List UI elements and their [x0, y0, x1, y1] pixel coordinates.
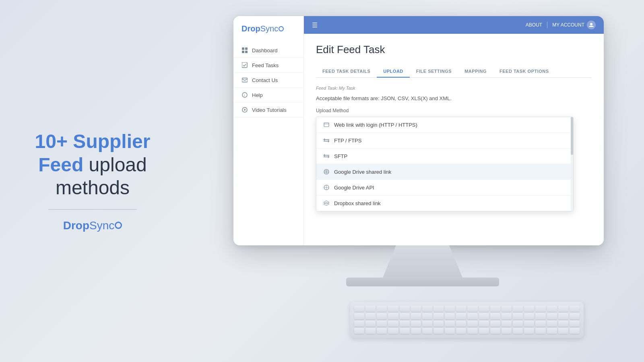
- key: [377, 328, 387, 334]
- dropdown-item-dropbox[interactable]: Dropbox shared link: [316, 195, 573, 211]
- gdrive-api-icon: [323, 184, 330, 191]
- key: [570, 321, 580, 327]
- key: [479, 313, 489, 319]
- page-body: Edit Feed Task FEED TASK DETAILS UPLOAD …: [304, 34, 604, 245]
- key: [388, 306, 398, 312]
- key: [365, 321, 376, 327]
- contact-us-label: Contact Us: [252, 77, 278, 83]
- sftp-icon: [323, 152, 330, 160]
- key: [456, 321, 466, 327]
- monitor-wrapper: Drop Sync Dash: [233, 16, 612, 330]
- key: [524, 313, 534, 319]
- tab-mapping[interactable]: MAPPING: [458, 66, 493, 78]
- sidebar-item-dashboard[interactable]: Dashboard: [233, 43, 303, 58]
- key: [433, 306, 444, 312]
- key: [502, 313, 512, 319]
- key: [479, 328, 489, 334]
- key: [400, 306, 410, 312]
- sidebar-brand-ring: [279, 26, 284, 31]
- key: [411, 328, 421, 334]
- my-account-button[interactable]: MY ACCOUNT: [552, 21, 596, 29]
- key: [400, 321, 410, 327]
- key: [558, 321, 568, 327]
- dashboard-label: Dashboard: [252, 47, 278, 53]
- key: [467, 321, 477, 327]
- key: [570, 328, 580, 334]
- left-panel: 10+ Supplier Feed upload methods Drop Sy…: [24, 130, 161, 232]
- key: [513, 321, 523, 327]
- svg-point-10: [590, 23, 592, 25]
- svg-rect-1: [245, 47, 248, 50]
- key: [479, 306, 489, 312]
- contact-us-icon: [242, 77, 248, 83]
- sidebar-brand-synco: Sync: [260, 24, 278, 33]
- about-link[interactable]: ABOUT: [526, 22, 542, 28]
- sidebar-brand-drop: Drop: [242, 24, 260, 33]
- feed-tasks-label: Feed Tasks: [252, 62, 279, 68]
- sidebar-item-video-tutorials[interactable]: Video Tutorials: [233, 103, 303, 117]
- web-link-icon: [323, 121, 330, 128]
- svg-point-6: [242, 93, 247, 97]
- app-container: Drop Sync Dash: [233, 16, 604, 245]
- key: [467, 313, 477, 319]
- key: [547, 321, 557, 327]
- sftp-label: SFTP: [334, 153, 347, 159]
- key: [524, 328, 534, 334]
- hamburger-icon[interactable]: ☰: [312, 21, 318, 29]
- web-link-label: Web link with login (HTTP / HTTPS): [334, 122, 417, 128]
- dropdown-item-ftp[interactable]: FTP / FTPS: [316, 133, 573, 148]
- svg-rect-11: [324, 123, 329, 127]
- account-avatar: [587, 21, 596, 29]
- key: [558, 306, 568, 312]
- tab-feed-task-details[interactable]: FEED TASK DETAILS: [316, 66, 377, 78]
- key: [513, 313, 523, 319]
- dropdown-item-gdrive-link[interactable]: Google Drive shared link: [316, 164, 573, 180]
- sidebar-item-feed-tasks[interactable]: Feed Tasks: [233, 58, 303, 73]
- brand-synco-left: Sync: [89, 219, 114, 232]
- brand-logo-left: Drop Sync: [24, 219, 161, 232]
- tab-feed-task-options[interactable]: FEED TASK OPTIONS: [493, 66, 555, 78]
- dropdown-item-web-link[interactable]: Web link with login (HTTP / HTTPS): [316, 117, 573, 133]
- key: [490, 321, 500, 327]
- topbar-right: ABOUT MY ACCOUNT: [526, 21, 596, 29]
- brand-drop-left: Drop: [63, 219, 89, 232]
- hero-upload: upload: [89, 154, 147, 175]
- dropdown-item-gdrive-api[interactable]: Google Drive API: [316, 180, 573, 195]
- key: [445, 321, 455, 327]
- key: [490, 313, 500, 319]
- key: [467, 306, 477, 312]
- key: [377, 306, 387, 312]
- key: [535, 306, 545, 312]
- key: [388, 328, 398, 334]
- key: [456, 328, 466, 334]
- ftp-icon: [323, 137, 330, 144]
- key: [558, 313, 568, 319]
- hero-text: 10+ Supplier Feed upload methods: [24, 130, 161, 200]
- key: [570, 313, 580, 319]
- tab-file-settings[interactable]: FILE SETTINGS: [410, 66, 458, 78]
- key: [490, 306, 500, 312]
- key: [377, 313, 387, 319]
- key: [411, 306, 421, 312]
- sidebar-item-help[interactable]: i Help: [233, 88, 303, 103]
- monitor-stand: [378, 245, 467, 278]
- main-content: ☰ ABOUT MY ACCOUNT: [304, 16, 604, 245]
- key: [547, 328, 557, 334]
- key: [535, 328, 545, 334]
- key: [354, 306, 364, 312]
- topbar-divider: [547, 22, 547, 28]
- sidebar-item-contact-us[interactable]: Contact Us: [233, 73, 303, 88]
- dropdown-item-sftp[interactable]: SFTP: [316, 148, 573, 164]
- svg-text:i: i: [244, 93, 245, 97]
- tab-upload[interactable]: UPLOAD: [377, 66, 409, 78]
- topbar-left: ☰: [312, 21, 318, 29]
- dropdown-scrollbar[interactable]: [571, 117, 573, 211]
- file-formats-text: Acceptable file formats are: JSON, CSV, …: [316, 95, 592, 101]
- dropdown-menu: Web link with login (HTTP / HTTPS): [316, 117, 574, 212]
- dropbox-icon: [323, 200, 330, 207]
- hero-feed: Feed: [38, 154, 83, 175]
- key: [513, 306, 523, 312]
- key: [422, 321, 432, 327]
- key: [558, 328, 568, 334]
- key: [433, 328, 444, 334]
